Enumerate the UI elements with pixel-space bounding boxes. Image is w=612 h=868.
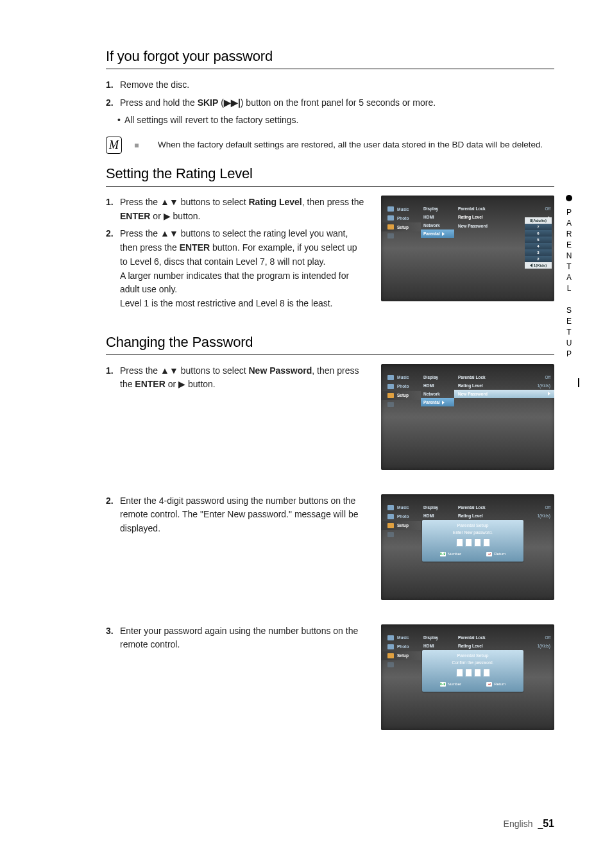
strong: ENTER	[135, 379, 165, 389]
label: Music	[397, 635, 409, 640]
text: ) button on the front panel for 5 second…	[241, 97, 436, 108]
label: New Password	[458, 392, 488, 396]
music-icon	[387, 505, 394, 510]
sidebar-item-photo: Photo	[381, 213, 421, 222]
mid-parental: Parental	[421, 230, 454, 238]
skip-icon: ▶▶|	[224, 97, 241, 108]
step-text: Press the ▲▼ buttons to select the ratin…	[120, 227, 364, 310]
forgot-step-1: 1. Remove the disc.	[106, 78, 554, 92]
hint-number: 0~9Number	[440, 682, 461, 687]
dialog-parental-setup: Parental Setup Confirm the password. 0~9…	[422, 650, 523, 692]
step-number: 1.	[106, 78, 117, 92]
text: (	[218, 97, 224, 108]
step-text: Enter your password again using the numb…	[120, 624, 364, 652]
value: Off	[545, 375, 550, 380]
label: Rating Level	[458, 383, 483, 388]
mid-hdmi: HDMI	[421, 381, 454, 390]
step-text: Press the ▲▼ buttons to select Rating Le…	[120, 196, 364, 223]
mid-display: Display	[421, 633, 454, 642]
opt-rating-level: Rating Level1(Kids)	[454, 642, 554, 650]
ui-screenshot-new-password: Music Photo Setup Display HDMI Network P…	[381, 364, 554, 470]
mid-display: Display	[421, 503, 454, 512]
step-number: 3.	[106, 624, 117, 652]
label: 1(Kids)	[534, 263, 547, 267]
forgot-step-2: 2. Press and hold the SKIP (▶▶|) button …	[106, 96, 554, 110]
return-keycap-icon: ↩	[486, 552, 492, 556]
divider	[106, 69, 554, 69]
step-text: Remove the disc.	[120, 78, 189, 92]
divider	[106, 355, 554, 355]
mid-hdmi: HDMI	[421, 512, 454, 520]
mid-hdmi: HDMI	[421, 213, 454, 221]
forgot-step-2-sub: • All settings will revert to the factor…	[117, 113, 554, 128]
step-text: Press and hold the SKIP (▶▶|) button on …	[120, 96, 436, 110]
text: A larger number indicates that the progr…	[120, 271, 349, 295]
return-keycap-icon: ↩	[486, 682, 492, 687]
sidebar-item-disabled	[381, 400, 421, 409]
value: Off	[545, 635, 550, 640]
text: or ▶ button.	[166, 379, 216, 389]
step-text: Press the ▲▼ buttons to select New Passw…	[120, 364, 364, 392]
dropdown-item: 7	[525, 224, 552, 230]
dialog-title: Parental Setup	[427, 523, 518, 528]
text: or ▶ button.	[150, 211, 200, 221]
dialog-message: Confirm the password.	[427, 660, 518, 665]
label: Music	[397, 207, 409, 212]
opt-parental-lock: Parental LockOff	[454, 503, 554, 512]
label: Music	[397, 375, 409, 380]
text: Press and hold the	[120, 97, 198, 108]
dropdown-item: 4	[525, 243, 552, 249]
side-tab-label: PARENTAL SETUP	[565, 208, 574, 360]
note-bullet-icon	[135, 144, 139, 147]
label: Parental Lock	[458, 635, 486, 640]
opt-rating-level: Rating Level1(Kids)	[454, 381, 554, 390]
chevron-right-icon	[548, 392, 550, 396]
label: Rating Level	[458, 513, 483, 518]
footer-page-number: 51	[543, 818, 554, 829]
setup-icon	[387, 224, 394, 230]
value: Off	[545, 505, 550, 510]
step-text: Enter the 4-digit password using the num…	[120, 494, 364, 536]
password-digits	[427, 538, 518, 547]
strong: Rating Level	[248, 197, 302, 207]
sidebar-item-photo: Photo	[381, 642, 421, 651]
mid-display: Display	[421, 204, 454, 213]
disabled-icon	[387, 233, 394, 238]
sidebar-item-music: Music	[381, 503, 421, 512]
value: 1(Kids)	[537, 644, 550, 648]
chevron-right-icon	[442, 401, 445, 405]
label: Setup	[397, 653, 409, 658]
music-icon	[387, 206, 394, 212]
hint-return: ↩Return	[486, 682, 506, 687]
chevron-left-icon	[530, 263, 532, 267]
mid-network: Network	[421, 221, 454, 230]
note-row: M When the factory default settings are …	[106, 137, 554, 154]
label: Parental Lock	[458, 206, 486, 211]
label: Photo	[397, 644, 409, 649]
sidebar-item-disabled	[381, 660, 421, 669]
skip-label: SKIP	[198, 97, 219, 108]
mid-hdmi: HDMI	[421, 642, 454, 650]
side-tab: PARENTAL SETUP	[565, 195, 574, 360]
dropdown-item: 3	[525, 249, 552, 256]
dropdown-item: 2	[525, 256, 552, 262]
disabled-icon	[387, 402, 394, 407]
bullet-icon	[566, 195, 572, 201]
dialog-message: Enter New password.	[427, 530, 518, 535]
photo-icon	[387, 514, 394, 519]
label: Number	[448, 552, 461, 556]
label: Number	[448, 682, 461, 686]
chevron-right-icon	[442, 232, 445, 236]
dialog-parental-setup: Parental Setup Enter New password. 0~9Nu…	[422, 520, 523, 562]
password-digits	[427, 669, 518, 677]
setup-icon	[387, 523, 394, 528]
value: 1(Kids)	[537, 383, 550, 388]
step-number: 2.	[106, 494, 117, 536]
sidebar-item-setup: Setup	[381, 222, 421, 231]
text: , then press the	[302, 197, 364, 207]
heading-rating: Setting the Rating Level	[106, 165, 554, 182]
step-number: 2.	[106, 96, 117, 110]
step-number: 1.	[106, 364, 117, 392]
label: Return	[494, 682, 506, 686]
label: Parental	[423, 231, 440, 236]
